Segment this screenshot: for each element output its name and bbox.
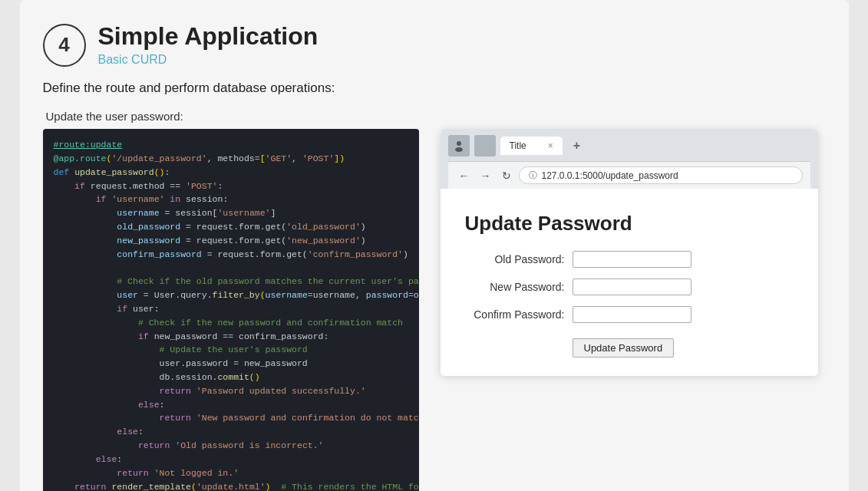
url-bar[interactable]: ⓘ 127.0.0.1:5000/update_password xyxy=(519,166,803,184)
old-password-row: Old Password: xyxy=(465,251,794,268)
new-tab-button[interactable]: + xyxy=(573,139,580,153)
browser-chrome: Title × + ← → ↻ ⓘ 127.0.0.1:5000/update_… xyxy=(441,129,818,189)
forward-button[interactable]: → xyxy=(477,168,494,183)
code-line-10 xyxy=(54,262,408,275)
code-line-25: return 'Not logged in.' xyxy=(54,466,408,480)
code-line-23: return 'Old password is incorrect.' xyxy=(54,439,408,453)
code-line-7: old_password = request.form.get('old_pas… xyxy=(54,220,408,234)
browser-tab[interactable]: Title × xyxy=(500,137,563,155)
step-number: 4 xyxy=(58,33,69,57)
code-line-2: @app.route('/update_password', methods=[… xyxy=(54,152,408,166)
code-line-20: else: xyxy=(54,398,408,412)
svg-point-0 xyxy=(457,141,461,146)
browser-body: Update Password Old Password: New Passwo… xyxy=(441,189,818,376)
svg-point-1 xyxy=(455,147,463,152)
new-password-input[interactable] xyxy=(573,278,691,295)
code-line-14: # Check if the new password and confirma… xyxy=(54,316,408,330)
code-line-24: else: xyxy=(54,453,408,466)
code-line-26: return render_template('update.html') # … xyxy=(54,480,408,492)
content-row: #route:update @app.route('/update_passwo… xyxy=(43,129,818,491)
back-button[interactable]: ← xyxy=(456,168,473,183)
code-line-6: username = session['username'] xyxy=(54,206,408,220)
browser-top-bar: Title × + xyxy=(448,135,810,157)
tab-title: Title xyxy=(510,140,526,151)
url-info-icon: ⓘ xyxy=(529,170,537,181)
page-title: Simple Application xyxy=(98,23,318,50)
form-title: Update Password xyxy=(465,212,794,236)
browser-nav-bar: ← → ↻ ⓘ 127.0.0.1:5000/update_password xyxy=(448,161,810,189)
code-editor: #route:update @app.route('/update_passwo… xyxy=(43,129,419,491)
submit-row: Update Password xyxy=(465,334,794,358)
browser-mockup: Title × + ← → ↻ ⓘ 127.0.0.1:5000/update_… xyxy=(441,129,818,376)
subtitle: Basic CURD xyxy=(98,53,318,67)
step-circle: 4 xyxy=(43,24,86,67)
code-line-15: if new_password == confirm_password: xyxy=(54,330,408,344)
confirm-password-input[interactable] xyxy=(573,306,691,323)
browser-avatar-icon xyxy=(448,135,470,157)
code-line-22: else: xyxy=(54,425,408,439)
code-line-13: if user: xyxy=(54,302,408,316)
code-line-18: db.session.commit() xyxy=(54,371,408,384)
code-line-11: # Check if the old password matches the … xyxy=(54,275,408,288)
old-password-input[interactable] xyxy=(573,251,691,268)
url-text: 127.0.0.1:5000/update_password xyxy=(542,170,678,181)
main-card: 4 Simple Application Basic CURD Define t… xyxy=(20,0,849,491)
code-line-19: return 'Password updated successfully.' xyxy=(54,384,408,398)
header: 4 Simple Application Basic CURD xyxy=(43,23,818,67)
tab-close-button[interactable]: × xyxy=(548,140,553,151)
code-line-12: user = User.query.filter_by(username=use… xyxy=(54,288,408,302)
code-line-21: return 'New password and confirmation do… xyxy=(54,411,408,425)
new-password-row: New Password: xyxy=(465,278,794,295)
code-line-5: if 'username' in session: xyxy=(54,193,408,206)
new-password-label: New Password: xyxy=(465,281,565,293)
code-line-9: confirm_password = request.form.get('con… xyxy=(54,248,408,262)
confirm-password-row: Confirm Password: xyxy=(465,306,794,323)
header-text: Simple Application Basic CURD xyxy=(98,23,318,67)
refresh-button[interactable]: ↻ xyxy=(499,168,514,183)
code-line-17: user.password = new_password xyxy=(54,357,408,371)
section-description: Define the route and perform database op… xyxy=(43,81,818,96)
update-password-button[interactable]: Update Password xyxy=(573,338,675,358)
update-label: Update the user password: xyxy=(46,110,818,123)
code-line-1: #route:update xyxy=(54,138,408,152)
old-password-label: Old Password: xyxy=(465,253,565,265)
code-line-4: if request.method == 'POST': xyxy=(54,180,408,193)
code-line-8: new_password = request.form.get('new_pas… xyxy=(54,234,408,248)
code-line-3: def update_password(): xyxy=(54,166,408,180)
confirm-password-label: Confirm Password: xyxy=(465,308,565,321)
browser-apps-icon xyxy=(474,135,496,157)
code-line-16: # Update the user's password xyxy=(54,343,408,357)
